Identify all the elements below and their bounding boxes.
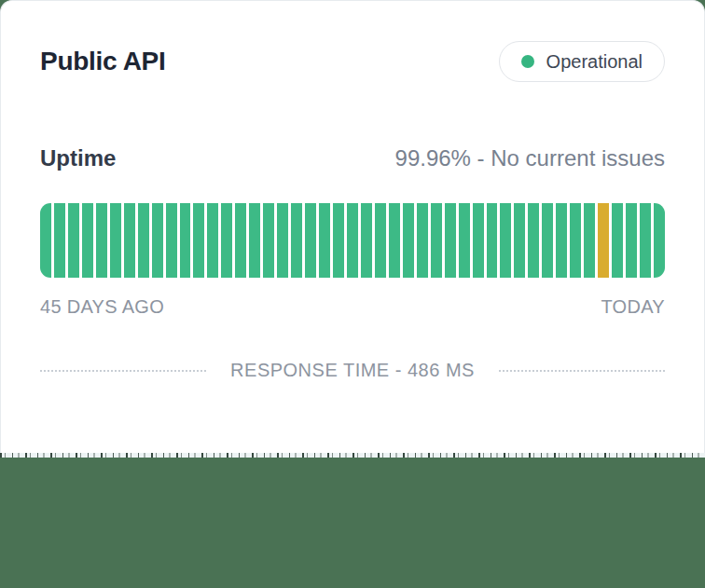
cropped-content-edge [0,453,705,458]
uptime-bar-up[interactable] [333,203,344,278]
uptime-bar-up[interactable] [180,203,191,278]
uptime-bar-up[interactable] [110,203,121,278]
uptime-bar-up[interactable] [612,203,623,278]
uptime-bar-up[interactable] [263,203,274,278]
uptime-bar-up[interactable] [514,203,525,278]
range-start-label: 45 DAYS AGO [40,296,164,318]
uptime-bar-up[interactable] [291,203,302,278]
uptime-bar-up[interactable] [347,203,358,278]
uptime-bar-up[interactable] [305,203,316,278]
uptime-bar-up[interactable] [640,203,651,278]
uptime-bar-up[interactable] [375,203,386,278]
uptime-bar-up[interactable] [528,203,539,278]
status-badge-label: Operational [546,51,643,73]
response-time-label: RESPONSE TIME - 486 MS [230,360,475,381]
uptime-bar-up[interactable] [654,203,665,278]
uptime-bar-up[interactable] [431,203,442,278]
uptime-bar-up[interactable] [138,203,149,278]
uptime-bar-up[interactable] [626,203,637,278]
uptime-label: Uptime [40,145,116,171]
page-title: Public API [40,47,165,76]
uptime-bar-up[interactable] [54,203,65,278]
uptime-range-labels: 45 DAYS AGO TODAY [40,296,665,318]
uptime-bar-up[interactable] [166,203,177,278]
uptime-summary: 99.96% - No current issues [395,145,665,171]
card-header: Public API Operational [40,41,665,82]
uptime-bar-up[interactable] [570,203,581,278]
uptime-bar-chart [40,203,665,278]
uptime-bar-up[interactable] [152,203,163,278]
uptime-bar-up[interactable] [542,203,553,278]
range-end-label: TODAY [601,296,665,318]
uptime-bar-up[interactable] [40,203,51,278]
uptime-bar-up[interactable] [319,203,330,278]
uptime-bar-up[interactable] [221,203,232,278]
uptime-bar-up[interactable] [249,203,260,278]
uptime-bar-up[interactable] [445,203,456,278]
uptime-bar-up[interactable] [82,203,93,278]
uptime-bar-up[interactable] [235,203,246,278]
uptime-bar-up[interactable] [207,203,218,278]
uptime-bar-degraded[interactable] [598,203,609,278]
uptime-header: Uptime 99.96% - No current issues [40,145,665,171]
dotted-divider-left [40,370,206,372]
uptime-bar-up[interactable] [473,203,484,278]
page-background: { "page": { "background_color": "#4a7254… [0,0,705,588]
uptime-bar-up[interactable] [277,203,288,278]
status-card: Public API Operational Uptime 99.96% - N… [0,0,705,454]
uptime-bar-up[interactable] [500,203,511,278]
uptime-bar-up[interactable] [584,203,595,278]
status-badge: Operational [499,41,665,82]
uptime-bar-up[interactable] [417,203,428,278]
uptime-bar-up[interactable] [193,203,204,278]
uptime-bar-up[interactable] [403,203,414,278]
response-time-row: RESPONSE TIME - 486 MS [40,360,665,381]
status-dot-icon [521,55,534,68]
uptime-bar-up[interactable] [68,203,79,278]
uptime-bar-up[interactable] [96,203,107,278]
dotted-divider-right [499,370,665,372]
uptime-bar-up[interactable] [459,203,470,278]
uptime-bar-up[interactable] [556,203,567,278]
uptime-bar-up[interactable] [389,203,400,278]
uptime-bar-up[interactable] [361,203,372,278]
uptime-bar-up[interactable] [124,203,135,278]
uptime-bar-up[interactable] [487,203,498,278]
